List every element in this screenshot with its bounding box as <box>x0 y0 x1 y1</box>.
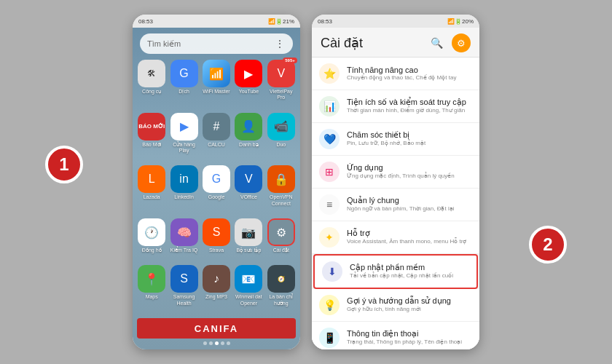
settings-item-desc: Trạng thái, Thông tin pháp lý, Tên điện … <box>347 339 472 346</box>
page-dot[interactable] <box>209 341 213 345</box>
app-label: Báo Mới <box>142 142 161 148</box>
app-item[interactable]: BÁO MỚIBáo Mới <box>137 113 166 163</box>
settings-item[interactable]: 📊Tiện ích số và kiểm soát truy cậpThời g… <box>312 90 479 123</box>
settings-item-name: Ứng dụng <box>347 163 472 173</box>
settings-item-name: Tiện ích số và kiểm soát truy cập <box>347 98 472 107</box>
settings-item[interactable]: 💙Chăm sóc thiết bịPin, Lưu trữ, Bộ nhớ, … <box>312 123 479 156</box>
settings-item-text: Tính năng nâng caoChuyển động và thao tá… <box>347 66 472 82</box>
app-item[interactable]: LLazada <box>137 165 166 215</box>
status-time-2: 08:53 <box>318 18 332 25</box>
canifa-banner[interactable]: CANIFA <box>137 318 296 339</box>
settings-item-name: Thông tin điện thoại <box>347 329 472 339</box>
app-item[interactable]: VVOffice <box>234 165 263 215</box>
app-item[interactable]: 📹Duo <box>267 113 296 163</box>
page-dot[interactable] <box>215 341 219 345</box>
app-icon: V595+ <box>267 60 295 87</box>
settings-item-text: Quản lý chungNgôn ngữ và bàn phím, Thời … <box>347 196 472 213</box>
settings-item-desc: Ứng dụng mặc định, Trình quản lý quyền <box>347 173 472 180</box>
settings-item-icon: ≡ <box>319 194 340 215</box>
app-item[interactable]: 👤Danh bạ <box>234 113 263 163</box>
step-badge-1: 1 <box>45 146 83 183</box>
app-label: Lazada <box>144 194 160 200</box>
app-item[interactable]: ▶YouTube <box>234 60 263 110</box>
app-label: Duo <box>276 142 286 148</box>
app-label: Cửa hàng Play <box>169 142 198 154</box>
app-label: Maps <box>146 294 158 300</box>
app-icon: in <box>170 165 198 193</box>
settings-item-icon: 📱 <box>319 328 340 348</box>
settings-item-text: Tiện ích số và kiểm soát truy cậpThời gi… <box>347 98 472 114</box>
phone-screen-2: 08:53 📶🔋20% Cài đặt 🔍 ⚙ ⭐Tính năng nâng … <box>312 15 479 349</box>
settings-item-icon: 💙 <box>319 129 340 149</box>
app-item[interactable]: 🔒OpenVPN Connect <box>267 165 296 215</box>
app-icon: ▶ <box>235 60 262 87</box>
settings-item[interactable]: ✦Hỗ trợVoice Assistant, Âm thanh mono, m… <box>312 221 479 254</box>
settings-item-text: Ứng dụngỨng dụng mặc định, Trình quản lý… <box>347 163 472 180</box>
app-item[interactable]: 📷Bộ sưu tập <box>234 218 263 262</box>
app-item[interactable]: 🧠Kiểm Tra IQ <box>169 218 198 262</box>
app-item[interactable]: 🧭La bàn chỉ hướng <box>267 265 296 315</box>
app-item[interactable]: SStrava <box>202 218 231 262</box>
app-item[interactable]: 📧Winmail dat Opener <box>234 265 263 315</box>
app-item[interactable]: 📍Maps <box>137 265 166 315</box>
settings-gear-icon[interactable]: ⚙ <box>452 33 471 52</box>
app-item[interactable]: ♪Zing MP3 <box>202 265 231 315</box>
settings-item-icon: ⬇ <box>322 261 342 282</box>
app-icon: 📧 <box>235 265 262 293</box>
app-item[interactable]: 🛠Công cụ <box>137 60 166 110</box>
app-label: Winmail dat Opener <box>234 294 263 306</box>
settings-item-name: Cập nhật phần mềm <box>350 263 469 272</box>
settings-item-icon: 💡 <box>319 295 340 315</box>
app-icon: 👤 <box>235 113 262 141</box>
status-bar-1: 08:53 📶🔋21% <box>133 15 300 28</box>
app-label: La bàn chỉ hướng <box>267 294 296 306</box>
settings-item-desc: Chuyển động và thao tác, Chế độ Một tay <box>347 74 472 82</box>
app-label: WiFi Master <box>203 89 230 95</box>
app-item[interactable]: #CALCU <box>202 113 231 163</box>
app-item[interactable]: V595+ViettelPay Pro <box>267 60 296 110</box>
page-dot[interactable] <box>203 341 207 345</box>
settings-header-icons: 🔍 ⚙ <box>427 33 471 52</box>
app-icon: 📹 <box>267 113 295 141</box>
canifa-label: CANIFA <box>195 323 238 334</box>
app-icon: ♪ <box>203 265 230 293</box>
status-time-1: 08:53 <box>138 18 153 25</box>
page-dot[interactable] <box>227 341 230 345</box>
app-icon: BÁO MỚI <box>138 113 165 141</box>
app-item[interactable]: GGoogle <box>202 165 231 215</box>
page-dot[interactable] <box>221 341 224 345</box>
settings-item-name: Gợi ý và hướng dẫn sử dụng <box>347 296 472 306</box>
settings-item[interactable]: ≡Quản lý chungNgôn ngữ và bàn phím, Thời… <box>312 189 479 221</box>
app-label: Zing MP3 <box>205 294 227 300</box>
settings-item-desc: Thời gian màn hình, Điểm giờ dùng, Thư g… <box>347 107 472 114</box>
settings-search-icon[interactable]: 🔍 <box>427 33 446 52</box>
app-item[interactable]: 📶WiFi Master <box>202 60 231 110</box>
app-label: OpenVPN Connect <box>267 194 296 207</box>
status-right-1: 📶🔋21% <box>268 18 294 25</box>
app-icon: S <box>170 265 198 293</box>
app-item[interactable]: inLinkedIn <box>169 165 198 215</box>
app-label: Cài đặt <box>273 248 289 253</box>
settings-item[interactable]: 📱Thông tin điện thoạiTrạng thái, Thông t… <box>312 322 479 349</box>
settings-item-text: Thông tin điện thoạiTrạng thái, Thông ti… <box>347 329 472 346</box>
app-icon: V <box>235 165 262 193</box>
app-item[interactable]: GDịch <box>169 60 198 110</box>
settings-item[interactable]: ⊞Ứng dụngỨng dụng mặc định, Trình quản l… <box>312 156 479 189</box>
settings-item-name: Quản lý chung <box>347 196 472 205</box>
app-icon: 📷 <box>235 218 262 246</box>
search-options-icon[interactable]: ⋮ <box>275 38 286 50</box>
settings-item[interactable]: ⬇Cập nhật phần mềmTải về bản cập nhật, C… <box>313 254 478 289</box>
settings-item-name: Chăm sóc thiết bị <box>347 130 472 140</box>
app-item[interactable]: ▶Cửa hàng Play <box>169 113 198 163</box>
app-item[interactable]: ⚙Cài đặt <box>267 218 296 262</box>
settings-item-desc: Pin, Lưu trữ, Bộ nhớ, Bảo mật <box>347 140 472 147</box>
search-bar[interactable]: Tìm kiếm ⋮ <box>140 33 293 54</box>
settings-item[interactable]: ⭐Tính năng nâng caoChuyển động và thao t… <box>312 58 479 90</box>
app-item[interactable]: 🕐Đồng hồ <box>137 218 166 262</box>
app-icon: 🔒 <box>267 165 295 193</box>
app-item[interactable]: SSamsung Health <box>169 265 198 315</box>
app-label: ViettelPay Pro <box>267 89 296 101</box>
settings-item[interactable]: 💡Gợi ý và hướng dẫn sử dụngGợi ý hữu ích… <box>312 289 479 322</box>
settings-item-name: Hỗ trợ <box>347 229 472 238</box>
step-badge-2: 2 <box>529 226 567 264</box>
